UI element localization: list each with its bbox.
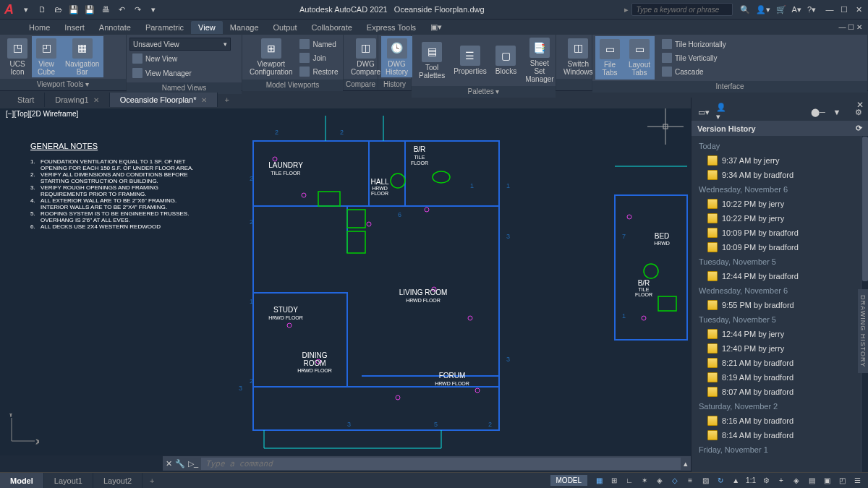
saveas-icon[interactable]: 💾 xyxy=(83,3,96,16)
tab-output[interactable]: Output xyxy=(266,21,305,34)
version-item[interactable]: 8:14 AM by bradford xyxy=(692,428,861,442)
sheet-set-button[interactable]: 📑Sheet Set Manager xyxy=(521,36,558,85)
viewport-config-button[interactable]: ⊞Viewport Configuration xyxy=(245,36,297,78)
scroll-thumb[interactable] xyxy=(862,137,868,281)
close-icon[interactable]: ✕ xyxy=(93,96,99,104)
properties-button[interactable]: ☰Properties xyxy=(449,36,491,85)
version-item[interactable]: 10:09 PM by bradford xyxy=(692,240,861,254)
user-filter-icon[interactable]: 👤▾ xyxy=(716,106,729,119)
workspace-icon[interactable]: ◈ xyxy=(790,475,803,487)
version-item[interactable]: 8:07 AM by bradford xyxy=(692,385,861,399)
isolate-icon[interactable]: ▤ xyxy=(805,475,818,487)
ucs-icon-button[interactable]: ◳UCS Icon xyxy=(3,36,32,77)
maximize-button[interactable]: ☐ xyxy=(839,4,849,14)
transparency-icon[interactable]: ▨ xyxy=(699,475,712,487)
lineweight-icon[interactable]: ≡ xyxy=(684,475,697,487)
tab-home[interactable]: Home xyxy=(22,21,57,34)
drawing-history-tab[interactable]: DRAWING HISTORY xyxy=(858,289,868,373)
close-icon[interactable]: ✕ xyxy=(201,96,207,104)
doctab-start[interactable]: Start xyxy=(7,93,45,107)
version-item[interactable]: 8:19 AM by bradford xyxy=(692,370,861,385)
osnap-icon[interactable]: ◇ xyxy=(668,475,681,487)
clean-screen-icon[interactable]: ◰ xyxy=(835,475,848,487)
tool-palettes-button[interactable]: ▤Tool Palettes xyxy=(414,36,449,85)
blocks-button[interactable]: ▢Blocks xyxy=(491,36,521,85)
gear-icon[interactable]: ⚙ xyxy=(760,475,773,487)
panel-title-palettes[interactable]: Palettes ▾ xyxy=(412,86,556,98)
open-icon[interactable]: 🗁 xyxy=(51,3,64,16)
model-space-badge[interactable]: MODEL xyxy=(550,475,588,486)
tab-insert[interactable]: Insert xyxy=(57,21,92,34)
save-icon[interactable]: 💾 xyxy=(67,3,80,16)
snap-icon[interactable]: ⊞ xyxy=(608,475,621,487)
dwg-history-button[interactable]: 🕓DWG History xyxy=(381,36,412,77)
isodraft-icon[interactable]: ◈ xyxy=(653,475,666,487)
version-item[interactable]: 10:09 PM by bradford xyxy=(692,226,861,240)
signin-icon[interactable]: 👤▾ xyxy=(756,5,770,14)
tile-vertical-button[interactable]: Tile Vertically xyxy=(659,51,729,64)
cmd-wrench-icon[interactable]: 🔧 xyxy=(175,459,185,468)
storage-filter-icon[interactable]: ▭▾ xyxy=(697,106,710,119)
refresh-icon[interactable]: ⟳ xyxy=(856,124,862,133)
customize-icon[interactable]: ☰ xyxy=(851,475,864,487)
search-icon[interactable]: 🔍 xyxy=(740,5,750,14)
version-list[interactable]: Today9:37 AM by jerry9:34 AM by bradford… xyxy=(692,136,861,472)
version-item[interactable]: 12:40 PM by jerry xyxy=(692,341,861,356)
version-item[interactable]: 9:34 AM by bradford xyxy=(692,168,861,182)
menu-dropdown-icon[interactable]: ▾ xyxy=(20,3,33,16)
tab-focus-icon[interactable]: ▣▾ xyxy=(423,20,449,34)
annotation-icon[interactable]: ▲ xyxy=(729,475,742,487)
app-switcher-icon[interactable]: A▾ xyxy=(792,5,801,14)
layout-tab-1[interactable]: Layout1 xyxy=(44,473,93,488)
viewport-label[interactable]: [−][Top][2D Wireframe] xyxy=(6,110,78,118)
layout-add-button[interactable]: + xyxy=(142,473,161,488)
version-item[interactable]: 12:44 PM by bradford xyxy=(692,269,861,283)
version-item[interactable]: 9:37 AM by jerry xyxy=(692,153,861,168)
doctab-drawing1[interactable]: Drawing1✕ xyxy=(45,93,109,107)
navigation-bar-button[interactable]: ▦Navigation Bar xyxy=(61,36,103,77)
drawing-canvas[interactable]: GENERAL NOTES 1. FOUNDATION VENTILATION … xyxy=(0,108,691,455)
slider-icon[interactable]: ⬤─ xyxy=(812,106,825,119)
filter-icon[interactable]: ▼ xyxy=(830,106,843,119)
tab-view[interactable]: View xyxy=(191,21,223,34)
version-item[interactable]: 10:22 PM by jerry xyxy=(692,197,861,211)
cart-icon[interactable]: 🛒 xyxy=(776,5,786,14)
close-button[interactable]: ✕ xyxy=(854,4,864,14)
palette-settings-icon[interactable]: ⚙ xyxy=(852,106,865,119)
view-cube-button[interactable]: ◰View Cube xyxy=(32,36,61,77)
new-icon[interactable]: 🗋 xyxy=(35,3,48,16)
tab-collaborate[interactable]: Collaborate xyxy=(305,21,359,34)
doctab-oceanside[interactable]: Oceanside Floorplan*✕ xyxy=(110,93,218,107)
redo-icon[interactable]: ↷ xyxy=(131,3,144,16)
qat-more-icon[interactable]: ▾ xyxy=(147,3,160,16)
selection-cycling-icon[interactable]: ↻ xyxy=(714,475,727,487)
tab-annotate[interactable]: Annotate xyxy=(92,21,138,34)
unsaved-view-combo[interactable]: Unsaved View xyxy=(129,38,231,51)
vp-named-button[interactable]: Named xyxy=(297,38,341,51)
polar-icon[interactable]: ✶ xyxy=(638,475,651,487)
new-view-button[interactable]: New View xyxy=(129,52,239,65)
tab-manage[interactable]: Manage xyxy=(223,21,266,34)
plot-icon[interactable]: 🖶 xyxy=(99,3,112,16)
file-tabs-button[interactable]: ▭File Tabs xyxy=(595,36,624,80)
version-item[interactable]: 10:22 PM by jerry xyxy=(692,211,861,226)
ortho-icon[interactable]: ∟ xyxy=(623,475,636,487)
version-item[interactable]: 8:16 AM by bradford xyxy=(692,414,861,428)
view-manager-button[interactable]: View Manager xyxy=(129,67,239,80)
plus-icon[interactable]: + xyxy=(775,475,788,487)
panel-title-viewport[interactable]: Viewport Tools ▾ xyxy=(0,79,126,90)
switch-windows-button[interactable]: ◫Switch Windows xyxy=(559,36,597,77)
cmd-cross-icon[interactable]: ✕ xyxy=(166,459,172,468)
new-tab-button[interactable]: + xyxy=(218,93,237,107)
undo-icon[interactable]: ↶ xyxy=(115,3,128,16)
version-item[interactable]: 8:21 AM by bradford xyxy=(692,356,861,370)
tab-express-tools[interactable]: Express Tools xyxy=(359,21,423,34)
layout-tab-2[interactable]: Layout2 xyxy=(93,473,142,488)
cmd-expand-icon[interactable]: ▴ xyxy=(684,459,688,468)
command-input[interactable] xyxy=(201,458,681,470)
grid-icon[interactable]: ▦ xyxy=(592,475,605,487)
layout-tab-model[interactable]: Model xyxy=(0,473,44,488)
hardware-accel-icon[interactable]: ▣ xyxy=(820,475,833,487)
vp-join-button[interactable]: Join xyxy=(297,51,341,64)
doc-close-icon[interactable]: — ☐ ✕ xyxy=(838,23,862,31)
